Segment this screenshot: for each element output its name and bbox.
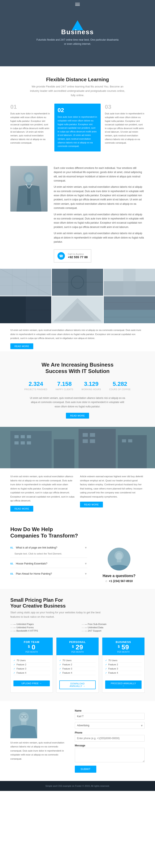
stat-4: 5.282 COURS OF COFFEE [109,381,131,391]
form-phone-input[interactable] [75,735,145,742]
hero-section: Business Futuristic flexible and 24/7 on… [0,0,155,66]
about-call-box: ☎ Call Us Anytime +92 555 77 88 [54,249,91,262]
pricing-card-business-header: Business $ 59 PER MONTH [102,638,145,655]
faq-question-2[interactable]: 02. House Painting Essentials? ▼ [10,559,87,568]
fll-title: Flexible Distance Learning [10,77,145,83]
fll-col-1-num: 01 [10,103,50,110]
about-para-2: Ut enim ad minim veniam, quis nostrud ex… [54,185,145,210]
faq-question-3-text: 03. Plan Ahead for Home Painting? [10,572,52,575]
photo-caption-section: Ut enim ad minim veniam, quis nostrud ex… [0,323,155,351]
form-message-input[interactable] [75,748,145,762]
faq-item-3: 03. Plan Ahead for Home Painting? ▼ [10,569,87,578]
pricing-subtitle: Start using static.app as your hosting f… [10,611,110,619]
article-left-readmore-button[interactable]: READ MORE [10,506,33,512]
photo-5 [52,296,103,323]
stat-1-label: PROJECTS FINISHED [25,388,47,391]
svg-rect-41 [83,433,88,437]
form-phone-label: Phone [75,731,145,734]
photo-grid [0,269,155,323]
pricing-cards: For Team $ 0 PER MONTH 75 Users Feature … [10,638,145,693]
faq-avatar [108,548,130,570]
plan-personal-currency: $ [72,645,74,649]
plan-personal-feat-4: Feature 4 [59,671,96,675]
faq-phone-prefix: ✆ [105,580,107,583]
faq-q1-chevron-icon: ▼ [84,546,87,549]
svg-rect-26 [104,296,155,310]
stat-4-label: COURS OF COFFEE [109,388,131,391]
svg-rect-39 [21,441,25,444]
building-illustration [0,427,155,468]
photo-6 [104,296,155,323]
footer-text: Simple and CSS example on Footer © 2019,… [10,785,145,787]
about-section: Each color evokes different emotions for… [0,160,155,269]
plan-team-feat-1: 75 Users [13,658,50,663]
plan-team-cta-button[interactable]: Upload Free → [13,680,50,686]
about-para-4: Ut enim ad minim veniam, quis nostrud ex… [54,231,145,244]
faq-question-1[interactable]: 01. What is all of page are link buildin… [10,544,87,552]
svg-rect-54 [21,721,27,725]
pricing-card-business-footer: Proceed Annually → [102,678,145,692]
plan-business-cta-button[interactable]: Proceed Annually → [105,680,142,689]
plan-personal-name: Personal [59,641,96,644]
stat-3-label: WORKING HOURS [81,388,101,391]
form-group-name: Name [75,709,145,720]
pricing-card-team-footer: Upload Free → [10,678,53,690]
articles-section: Ut enim ad minim veniam, quis nostrud ex… [0,468,155,518]
faq-phone: ✆ +1 (234) 567-8910 [105,579,133,583]
form-submit-button[interactable]: SUBMIT [75,766,96,773]
plan-personal-price: $ 29 [59,644,96,651]
pricing-bullet-2-1: — Free Sub-Domain [82,622,145,626]
fll-subtitle: We provide Flexible and 24/7 online lear… [28,85,127,97]
fll-col-1-text: Duis aute irure dolor in reprehenderit i… [10,112,50,145]
faq-question-3[interactable]: 03. Plan Ahead for Home Painting? ▼ [10,569,87,578]
stat-3: 3.129 WORKING HOURS [81,381,101,391]
pricing-section: Small Pricing Plan ForYour Creative Busi… [0,589,155,701]
pricing-bullets-list-1: — Unlimited Pages — Unlimited Forms — Ba… [10,622,73,632]
pricing-bullets-list-2: — Free Sub-Domain — Unlimited Data — 24/… [82,622,145,632]
svg-rect-46 [128,439,132,442]
plan-team-feat-2: Feature 2 [13,663,50,667]
fll-columns: 01 Duis aute irure dolor in reprehenderi… [10,103,145,151]
hamburger-menu[interactable] [75,3,80,6]
photo-4 [0,296,51,323]
plan-business-price: $ 59 [104,644,143,651]
contact-section: Ut enim ad minim veniam, quis nostrud ex… [0,701,155,781]
form-name-input[interactable] [75,713,145,720]
stat-2-num: 7.158 [55,381,73,387]
faq-section: How Do We HelpCompanies To Transform? 01… [0,518,155,589]
photo-caption-text: Ut enim ad minim veniam, quis nostrud ex… [10,328,145,340]
pricing-bullets-col-2: — Free Sub-Domain — Unlimited Data — 24/… [82,622,145,632]
photo-cell-5 [52,296,103,323]
faq-cta-title: Have a questions? [103,574,135,578]
faq-q3-chevron-icon: ▼ [84,572,87,576]
hero-subtitle: Futuristic flexible and 24/7 online time… [36,38,119,46]
hamburger-line-1 [75,3,80,3]
person-illustration [14,170,43,212]
pricing-card-business: Business $ 59 PER MONTH 75 Users Feature… [102,638,145,693]
plan-personal-cta-button[interactable]: Download Annually → [59,680,96,689]
plan-business-period: PER MONTH [104,651,143,653]
fll-col-3-text: Duis aute irure dolor in reprehenderit i… [105,112,145,145]
about-para-1: Each color evokes different emotions for… [54,166,145,183]
pricing-card-personal-body: 75 Users Feature 2 Feature 3 Feature 4 [56,655,99,678]
photo-2 [52,269,103,296]
plan-team-name: For Team [12,641,51,644]
stats-readmore-button[interactable]: READ MORE [66,413,89,418]
hamburger-line-2 [75,4,80,5]
about-content: Each color evokes different emotions for… [54,166,145,263]
fll-col-2: 02 Duis aute irure dolor in reprehenderi… [54,103,101,151]
photo-cell-2 [52,269,103,296]
svg-rect-38 [14,441,18,444]
plan-business-feat-4: Feature 4 [105,671,142,675]
form-group-subject: Advertising General Support Sales [75,722,145,729]
faq-item-1: 01. What is all of page are link buildin… [10,544,87,558]
hero-logo: Business [61,20,94,36]
plan-business-feat-3: Feature 3 [105,667,142,671]
about-para-3: Ut enim ad minim veniam, quis nostrud ex… [54,212,145,229]
plan-team-feat-3: Feature 3 [13,667,50,671]
photo-caption-readmore-button[interactable]: READ MORE [10,343,33,349]
fll-col-3: 03 Duis aute irure dolor in reprehenderi… [105,103,145,151]
article-right-readmore-button[interactable]: READ MORE [80,502,103,507]
pricing-bullet-1-2: — Unlimited Forms [10,626,73,629]
form-subject-select[interactable]: Advertising General Support Sales [75,722,145,729]
